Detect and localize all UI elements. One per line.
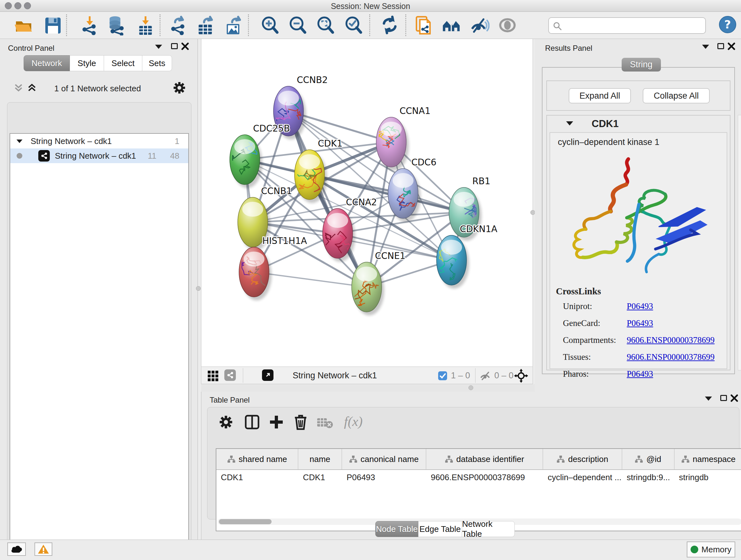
collection-label: String Network – cdk1	[30, 136, 112, 146]
zoom-in-icon[interactable]	[260, 16, 280, 36]
refresh-icon[interactable]	[380, 16, 400, 36]
grid-view-icon[interactable]	[207, 370, 219, 382]
network-view-toolbar: String Network – cdk1 1 – 0 0 – 0	[201, 367, 533, 384]
collapse-panel-icon[interactable]	[155, 45, 162, 49]
table-row[interactable]: CDK1CDK1P064939606.ENSP00000378699cyclin…	[216, 470, 741, 485]
horizontal-splitter-handle[interactable]	[468, 385, 473, 390]
network-collection-row[interactable]: String Network – cdk1 1	[10, 134, 188, 148]
network-row-selected[interactable]: String Network – cdk1 11 48	[10, 148, 188, 163]
collapse-panel-icon[interactable]	[705, 396, 712, 401]
float-panel-icon[interactable]	[171, 43, 178, 49]
show-columns-icon[interactable]	[245, 415, 260, 430]
open-session-icon[interactable]	[14, 16, 34, 36]
tab-style[interactable]: Style	[70, 55, 104, 71]
create-column-plus-icon[interactable]	[269, 415, 284, 430]
collapse-all-icon[interactable]	[13, 82, 24, 94]
table-cell: CDK1	[298, 473, 342, 482]
column-type-icon	[681, 455, 690, 463]
save-session-icon[interactable]	[44, 16, 63, 36]
close-panel-icon[interactable]	[181, 43, 189, 50]
zoom-fit-icon[interactable]	[316, 16, 336, 36]
expand-all-button[interactable]: Expand All	[569, 88, 631, 104]
vertical-splitter-handle[interactable]	[530, 210, 535, 215]
zoom-selected-icon[interactable]	[344, 16, 364, 36]
hidden-eye-slash-icon[interactable]	[480, 371, 491, 381]
node-label: RB1	[472, 176, 490, 186]
crosslink-row: GeneCard:P06493	[563, 318, 723, 328]
crosslinks-title: CrossLinks	[556, 286, 601, 297]
table-cell: cyclin–dependent ...	[543, 473, 622, 482]
open-in-window-icon[interactable]	[262, 369, 273, 381]
close-panel-icon[interactable]	[731, 394, 738, 402]
warning-button[interactable]	[35, 543, 52, 556]
node-label: HIST1H1A	[262, 236, 307, 246]
network-node-cdkn1a[interactable]: CDKN1A	[436, 224, 497, 289]
function-builder-icon[interactable]: f(x)	[344, 414, 362, 429]
delete-table-icon[interactable]	[317, 416, 333, 429]
table-settings-gear-icon[interactable]	[218, 415, 233, 430]
collapse-panel-icon[interactable]	[702, 45, 709, 49]
vertical-splitter-handle[interactable]	[196, 286, 201, 291]
network-node-ccne1[interactable]: CCNE1	[352, 251, 406, 315]
network-badge-icon[interactable]	[224, 369, 236, 381]
search-input[interactable]	[548, 17, 706, 34]
collapse-all-button[interactable]: Collapse All	[643, 88, 710, 104]
search-icon	[553, 21, 562, 31]
node-table: shared namenamecanonical namedatabase id…	[216, 448, 741, 531]
tab-sets[interactable]: Sets	[142, 55, 172, 71]
crosslink-link[interactable]: 9606.ENSP00000378699	[627, 335, 715, 345]
memory-status-dot	[690, 546, 698, 553]
memory-button[interactable]: Memory	[687, 542, 735, 557]
import-network-file-icon[interactable]	[80, 16, 99, 36]
gear-icon[interactable]	[172, 81, 186, 95]
delete-column-trash-icon[interactable]	[293, 414, 308, 430]
collapse-protein-icon[interactable]	[566, 121, 573, 125]
help-icon[interactable]: ?	[719, 15, 737, 35]
crosslink-link[interactable]: 9606.ENSP00000378699	[627, 352, 715, 362]
tab-string[interactable]: String	[622, 58, 661, 71]
column-header-databaseidentifier[interactable]: database identifier	[426, 449, 543, 469]
column-header-namespace[interactable]: namespace	[675, 449, 741, 469]
network-canvas[interactable]: CCNB2CCNA1CDC25BCDK1CDC6RB1CCNB1CCNA2CDK…	[201, 39, 533, 367]
selected-checkbox-icon[interactable]	[437, 371, 448, 381]
results-panel-title: Results Panel	[545, 44, 592, 53]
column-header-sharedname[interactable]: shared name	[216, 449, 298, 469]
svg-text:?: ?	[724, 18, 731, 31]
export-network-icon[interactable]	[169, 16, 188, 36]
column-header-description[interactable]: description	[543, 449, 622, 469]
expand-all-icon[interactable]	[26, 82, 38, 94]
crosslink-link[interactable]: P06493	[627, 369, 653, 379]
protein-details: cyclin–dependent kinase 1	[549, 132, 727, 369]
tab-edge-table[interactable]: Edge Table	[418, 521, 462, 537]
column-label: name	[310, 454, 330, 464]
column-header-name[interactable]: name	[298, 449, 342, 469]
column-header-id[interactable]: @id	[622, 449, 675, 469]
column-header-canonicalname[interactable]: canonical name	[342, 449, 426, 469]
share-network-icon[interactable]	[414, 16, 434, 36]
crosslink-link[interactable]: P06493	[627, 301, 653, 311]
tree-collapse-icon[interactable]	[17, 139, 23, 143]
import-table-file-icon[interactable]	[136, 16, 155, 36]
import-network-database-icon[interactable]	[105, 16, 128, 36]
graphics-detail-icon[interactable]	[498, 16, 518, 36]
tab-select[interactable]: Select	[104, 55, 142, 71]
node-label: CDC25B	[253, 123, 290, 134]
crosslink-link[interactable]: P06493	[627, 318, 653, 328]
float-panel-icon[interactable]	[720, 395, 727, 401]
close-panel-icon[interactable]	[728, 43, 735, 50]
tab-node-table[interactable]: Node Table	[375, 521, 418, 537]
tab-network-table[interactable]: Network Table	[462, 521, 515, 537]
hide-unhide-icon[interactable]	[469, 16, 489, 36]
cloud-button[interactable]	[7, 543, 26, 556]
export-table-icon[interactable]	[196, 16, 217, 36]
fit-content-crosshair-icon[interactable]	[514, 369, 528, 383]
float-panel-icon[interactable]	[718, 43, 724, 49]
show-all-networks-icon[interactable]	[441, 16, 462, 36]
export-image-icon[interactable]	[224, 16, 245, 36]
collection-count: 1	[175, 136, 179, 146]
results-scrollbar[interactable]	[738, 115, 741, 370]
zoom-out-icon[interactable]	[288, 16, 308, 36]
window-title: Session: New Session	[0, 2, 741, 11]
tab-network[interactable]: Network	[23, 55, 70, 71]
scrollbar-thumb[interactable]	[219, 519, 272, 524]
